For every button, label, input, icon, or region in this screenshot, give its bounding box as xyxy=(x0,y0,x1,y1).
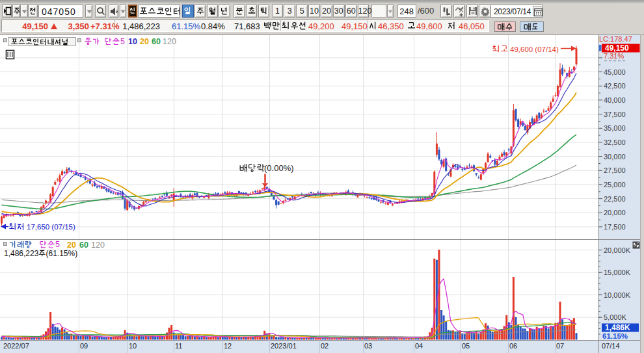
svg-text:1,486,223: 1,486,223 xyxy=(4,249,39,258)
svg-text:27,500: 27,500 xyxy=(604,166,626,174)
svg-text:06: 06 xyxy=(509,342,517,350)
svg-text:20: 20 xyxy=(67,241,76,250)
svg-text:2022/07: 2022/07 xyxy=(3,342,29,350)
svg-text:11: 11 xyxy=(175,342,182,350)
svg-text:5: 5 xyxy=(55,240,60,249)
svg-text:04: 04 xyxy=(415,342,423,350)
svg-text:61.15%: 61.15% xyxy=(602,332,628,340)
svg-text:07: 07 xyxy=(556,342,564,350)
svg-text:22,500: 22,500 xyxy=(604,195,626,203)
svg-text:5: 5 xyxy=(120,37,125,46)
svg-text:20,000: 20,000 xyxy=(604,209,626,216)
svg-text:42,500: 42,500 xyxy=(604,82,626,90)
svg-text:49,150: 49,150 xyxy=(605,44,629,53)
svg-text:40,000: 40,000 xyxy=(604,96,626,104)
svg-text:12: 12 xyxy=(224,342,232,350)
svg-text:10,000K: 10,000K xyxy=(604,291,631,299)
svg-text:15,000K: 15,000K xyxy=(604,268,631,276)
svg-text:07/14: 07/14 xyxy=(602,342,620,350)
svg-text:25,000: 25,000 xyxy=(604,181,626,189)
svg-text:37,500: 37,500 xyxy=(604,111,626,118)
svg-text:49,600 (07/14): 49,600 (07/14) xyxy=(510,46,559,53)
svg-text:(61.15%): (61.15%) xyxy=(46,249,78,258)
svg-text:20: 20 xyxy=(140,37,149,46)
svg-text:05: 05 xyxy=(462,342,470,350)
svg-text:60: 60 xyxy=(152,37,161,46)
svg-text:32,500: 32,500 xyxy=(604,138,626,146)
svg-text:120: 120 xyxy=(163,37,176,46)
svg-text:20,000K: 20,000K xyxy=(604,246,631,254)
svg-text:17,500: 17,500 xyxy=(604,223,626,231)
svg-text:10: 10 xyxy=(129,342,137,350)
svg-text:17,650 (07/15): 17,650 (07/15) xyxy=(27,223,75,231)
svg-text:LC:178.47: LC:178.47 xyxy=(599,35,632,43)
svg-text:7.31%: 7.31% xyxy=(604,52,624,60)
svg-text:2023/01: 2023/01 xyxy=(271,342,297,350)
svg-text:5,000K: 5,000K xyxy=(604,313,627,321)
svg-text:(0.00%): (0.00%) xyxy=(264,163,294,173)
svg-text:10: 10 xyxy=(128,37,137,46)
svg-text:120: 120 xyxy=(91,241,105,250)
svg-text:30,000: 30,000 xyxy=(604,153,626,161)
svg-text:09: 09 xyxy=(80,342,88,350)
svg-text:45,000: 45,000 xyxy=(604,68,626,76)
svg-text:03: 03 xyxy=(364,342,372,350)
svg-text:60: 60 xyxy=(79,241,88,250)
svg-text:02: 02 xyxy=(321,342,329,350)
svg-text:1,486K: 1,486K xyxy=(605,323,630,332)
svg-text:35,000: 35,000 xyxy=(604,124,626,132)
